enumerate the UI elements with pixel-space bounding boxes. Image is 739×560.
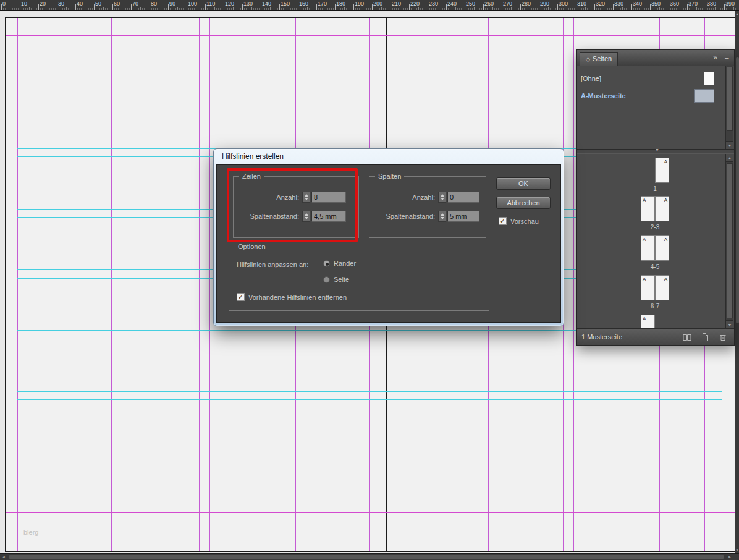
row-guide[interactable] [17, 460, 722, 460]
rows-gutter-input[interactable] [311, 211, 346, 222]
ruler-tick [509, 8, 510, 10]
delete-page-button[interactable] [718, 333, 728, 342]
ruler-tick [411, 8, 412, 10]
scroll-down-icon[interactable]: ▼ [726, 320, 733, 328]
columns-gutter-input[interactable] [447, 211, 479, 222]
column-guide[interactable] [573, 18, 574, 551]
stepper-down-icon[interactable] [305, 198, 308, 200]
ruler-tick [109, 8, 109, 10]
ruler-tick [720, 8, 721, 10]
ruler-tick [379, 8, 380, 10]
page-thumbnail[interactable]: A [641, 235, 655, 261]
pages-scrollbar[interactable]: ▲ ▼ [725, 154, 733, 328]
ruler-tick [611, 8, 612, 10]
stepper-down-icon[interactable] [441, 198, 444, 200]
columns-gutter-stepper[interactable] [438, 211, 446, 222]
rows-gutter-stepper[interactable] [302, 211, 310, 222]
ruler-tick [226, 8, 226, 10]
panel-menu-icon[interactable]: ≡ [724, 53, 729, 62]
master-letter: A [643, 197, 646, 203]
ok-button[interactable]: OK [496, 177, 551, 190]
ruler-tick [719, 8, 719, 10]
row-guide[interactable] [17, 391, 722, 392]
row-guide[interactable] [17, 399, 722, 400]
scroll-left-icon[interactable]: ◄ [2, 555, 6, 559]
scroll-up-icon[interactable]: ▲ [735, 12, 739, 15]
ruler-tick [559, 8, 560, 10]
master-list-scrollbar[interactable]: ▼ [725, 66, 733, 149]
edit-page-size-icon[interactable] [682, 333, 692, 342]
columns-count-input[interactable] [447, 192, 479, 203]
horizontal-scrollbar[interactable]: ◄ ► [0, 553, 739, 560]
new-page-button[interactable] [700, 333, 710, 342]
ruler-tick [44, 8, 44, 10]
stepper-up-icon[interactable] [441, 194, 444, 197]
ruler-tick [454, 8, 454, 10]
page-thumbnail[interactable]: A [641, 196, 655, 221]
page-thumbnail[interactable]: A [655, 196, 669, 221]
column-guide[interactable] [111, 18, 112, 551]
radio-page[interactable] [323, 276, 330, 283]
scrollbar-thumb[interactable] [727, 163, 733, 318]
master-row-none[interactable]: [Ohne] [577, 70, 725, 87]
rows-count-stepper[interactable] [302, 192, 310, 203]
scrollbar-thumb[interactable] [736, 57, 739, 323]
column-guide[interactable] [17, 18, 18, 551]
ruler-tick [185, 8, 185, 10]
tab-seiten[interactable]: ◇Seiten [580, 52, 618, 66]
ruler-tick [196, 7, 196, 10]
ruler-tick [722, 8, 723, 10]
ruler-tick [624, 8, 625, 10]
page-thumbnail[interactable]: A [655, 275, 669, 300]
ruler-tick [302, 8, 302, 10]
preview-checkbox[interactable]: ✓ [499, 217, 507, 225]
ruler-tick [257, 8, 258, 10]
column-guide[interactable] [122, 18, 122, 551]
scroll-down-icon[interactable]: ▼ [735, 548, 739, 552]
page-number-label[interactable]: 1 [636, 185, 674, 192]
ruler-tick [296, 8, 297, 10]
remove-existing-checkbox[interactable]: ✓ [237, 293, 245, 301]
page-number-label[interactable]: 4-5 [636, 263, 674, 270]
scroll-right-icon[interactable]: ► [728, 555, 732, 559]
stepper-down-icon[interactable] [441, 217, 444, 219]
rows-count-input[interactable] [311, 192, 346, 203]
vertical-scrollbar[interactable]: ▲ ▼ [735, 11, 739, 553]
ruler-tick [209, 8, 209, 10]
stepper-down-icon[interactable] [305, 217, 308, 219]
ruler-tick [381, 7, 382, 10]
stepper-up-icon[interactable] [305, 213, 308, 216]
page-thumbnail[interactable]: A [641, 315, 655, 328]
cancel-button[interactable]: Abbrechen [496, 197, 551, 209]
scroll-down-icon[interactable]: ▼ [726, 141, 733, 149]
column-guide[interactable] [199, 18, 200, 551]
scroll-up-icon[interactable]: ▲ [726, 154, 733, 162]
collapse-panel-button[interactable]: » [713, 53, 717, 62]
page-thumbnail[interactable]: A [641, 275, 655, 300]
margin-guide[interactable] [6, 512, 735, 513]
panel-splitter[interactable]: ▼ [577, 149, 734, 154]
ruler-tick [105, 8, 106, 10]
stepper-up-icon[interactable] [305, 194, 308, 197]
row-guide[interactable] [17, 452, 722, 452]
column-guide[interactable] [35, 18, 35, 551]
radio-margins[interactable] [323, 260, 330, 267]
page-number-label[interactable]: 2-3 [636, 224, 674, 231]
ruler-tick [487, 8, 488, 10]
scrollbar-thumb[interactable] [727, 67, 733, 131]
stepper-up-icon[interactable] [441, 213, 444, 216]
scrollbar-thumb[interactable] [9, 555, 724, 559]
ruler-number: 60 [114, 1, 120, 7]
page-thumbnail[interactable]: A [655, 158, 669, 183]
column-guide[interactable] [209, 18, 210, 551]
ruler[interactable]: 0102030405060708090100110120130140150160… [0, 0, 739, 11]
page-thumbnail[interactable]: A [655, 235, 669, 261]
master-row-a-musterseite[interactable]: A-Musterseite [577, 87, 725, 104]
ruler-tick [546, 8, 547, 10]
dialog-title[interactable]: Hilfslinien erstellen [216, 149, 561, 164]
page-number-label[interactable]: 6-7 [636, 303, 674, 310]
margin-guide[interactable] [6, 35, 735, 36]
ruler-tick [172, 8, 172, 10]
columns-count-stepper[interactable] [438, 192, 446, 203]
columns-count-label: Anzahl: [374, 193, 435, 201]
